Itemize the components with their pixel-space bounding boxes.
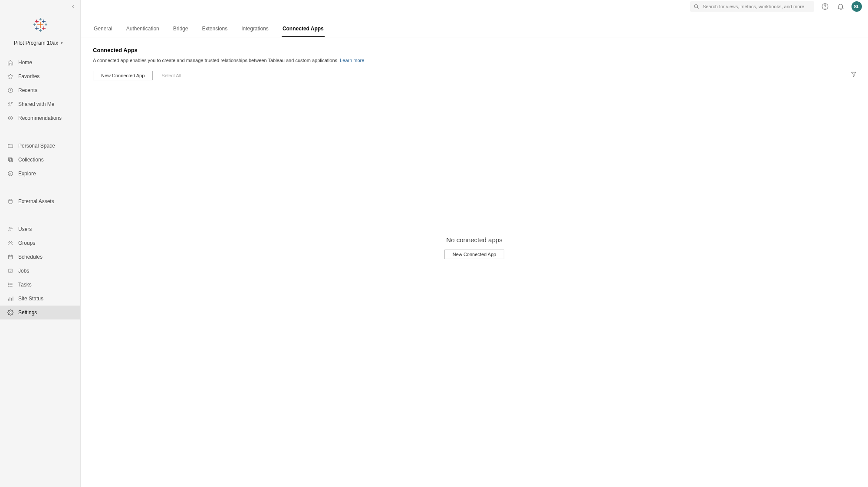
user-avatar[interactable]: SL (852, 1, 862, 12)
sidebar-item-users[interactable]: Users (0, 222, 80, 236)
sidebar-item-groups[interactable]: Groups (0, 236, 80, 250)
sidebar-item-label: Recents (18, 87, 37, 93)
sidebar-item-label: Explore (18, 171, 36, 177)
calendar-icon (7, 253, 14, 260)
svg-marker-53 (852, 72, 856, 77)
sidebar: Pilot Program 10ax ▾ Home Favorites Rece… (0, 0, 81, 487)
sidebar-item-label: Site Status (18, 296, 43, 302)
svg-point-42 (8, 284, 9, 285)
panel-description-text: A connected app enables you to create an… (93, 58, 339, 63)
filter-icon (851, 71, 857, 77)
svg-point-28 (9, 199, 12, 201)
empty-state: No connected apps New Connected App (444, 236, 504, 259)
sidebar-item-personal-space[interactable]: Personal Space (0, 139, 80, 153)
sidebar-item-recents[interactable]: Recents (0, 83, 80, 97)
svg-rect-37 (9, 269, 12, 273)
star-icon (7, 73, 14, 80)
jobs-icon (7, 267, 14, 274)
tableau-logo-icon (33, 17, 48, 32)
nav-block-primary: Home Favorites Recents Shared with Me Re… (0, 54, 80, 127)
logo-row (0, 13, 80, 40)
tab-general[interactable]: General (93, 26, 113, 37)
sidebar-item-label: Collections (18, 157, 44, 163)
tab-bridge[interactable]: Bridge (172, 26, 189, 37)
bell-icon (837, 3, 845, 10)
sidebar-item-explore[interactable]: Explore (0, 167, 80, 181)
sidebar-item-label: Home (18, 59, 32, 66)
site-name: Pilot Program 10ax (14, 40, 58, 46)
filter-button[interactable] (850, 70, 858, 78)
collapse-sidebar-button[interactable] (69, 3, 77, 10)
chart-icon (7, 295, 14, 302)
share-icon (7, 101, 14, 108)
learn-more-link[interactable]: Learn more (340, 58, 364, 63)
sidebar-item-schedules[interactable]: Schedules (0, 250, 80, 264)
new-connected-app-button[interactable]: New Connected App (93, 71, 153, 80)
svg-point-22 (11, 102, 12, 103)
sidebar-item-site-status[interactable]: Site Status (0, 292, 80, 306)
svg-point-21 (8, 103, 10, 105)
content: Connected Apps A connected app enables y… (81, 37, 868, 487)
nav-block-admin: Users Groups Schedules Jobs Tasks Site S… (0, 220, 80, 321)
notifications-button[interactable] (836, 2, 845, 11)
home-icon (7, 59, 14, 66)
sidebar-item-label: Schedules (18, 254, 43, 260)
tasks-icon (7, 281, 14, 288)
sidebar-item-label: Users (18, 226, 32, 232)
sidebar-item-shared-with-me[interactable]: Shared with Me (0, 97, 80, 111)
clock-icon (7, 87, 14, 94)
svg-point-32 (11, 242, 12, 244)
groups-icon (7, 240, 14, 247)
svg-rect-25 (10, 159, 13, 162)
svg-point-48 (10, 312, 11, 313)
svg-marker-19 (8, 74, 13, 79)
sidebar-item-label: Jobs (18, 268, 29, 274)
search-icon (694, 3, 699, 10)
site-switcher[interactable]: Pilot Program 10ax ▾ (0, 40, 80, 54)
nav-block-external: External Assets (0, 193, 80, 210)
panel-description: A connected app enables you to create an… (93, 58, 856, 63)
svg-point-29 (9, 227, 11, 229)
top-bar: SL (81, 0, 868, 13)
collapse-row (0, 0, 80, 13)
chevron-left-icon (70, 4, 76, 9)
folder-person-icon (7, 142, 14, 149)
sidebar-item-label: External Assets (18, 198, 54, 204)
empty-new-connected-app-button[interactable]: New Connected App (444, 250, 504, 259)
tab-extensions[interactable]: Extensions (201, 26, 228, 37)
svg-point-31 (9, 242, 10, 244)
help-button[interactable] (820, 2, 830, 11)
sidebar-item-tasks[interactable]: Tasks (0, 278, 80, 292)
external-icon (7, 198, 14, 205)
search-input[interactable] (703, 4, 811, 9)
panel-title: Connected Apps (93, 47, 856, 53)
search-box[interactable] (690, 1, 814, 12)
tab-integrations[interactable]: Integrations (240, 26, 270, 37)
svg-point-52 (825, 8, 825, 8)
svg-rect-33 (8, 255, 12, 259)
svg-rect-24 (8, 158, 11, 161)
sidebar-item-jobs[interactable]: Jobs (0, 264, 80, 278)
svg-point-26 (8, 171, 13, 176)
sidebar-item-external-assets[interactable]: External Assets (0, 194, 80, 208)
sidebar-item-label: Recommendations (18, 115, 62, 121)
tableau-logo[interactable] (33, 17, 48, 32)
main: SL General Authentication Bridge Extensi… (81, 0, 868, 487)
svg-line-50 (697, 7, 698, 8)
sidebar-item-favorites[interactable]: Favorites (0, 69, 80, 83)
sidebar-item-home[interactable]: Home (0, 56, 80, 69)
select-all-link[interactable]: Select All (161, 73, 181, 78)
help-icon (821, 3, 829, 10)
sidebar-item-label: Personal Space (18, 143, 55, 149)
sidebar-item-label: Tasks (18, 282, 32, 288)
sidebar-item-label: Groups (18, 240, 35, 246)
tab-connected-apps[interactable]: Connected Apps (282, 26, 325, 37)
sidebar-item-recommendations[interactable]: Recommendations (0, 111, 80, 125)
svg-marker-27 (10, 173, 11, 174)
tab-authentication[interactable]: Authentication (125, 26, 160, 37)
sidebar-item-label: Shared with Me (18, 101, 54, 107)
sidebar-item-settings[interactable]: Settings (0, 306, 80, 319)
action-row: New Connected App Select All (93, 71, 856, 80)
sidebar-item-collections[interactable]: Collections (0, 153, 80, 167)
settings-tabs: General Authentication Bridge Extensions… (81, 13, 868, 37)
